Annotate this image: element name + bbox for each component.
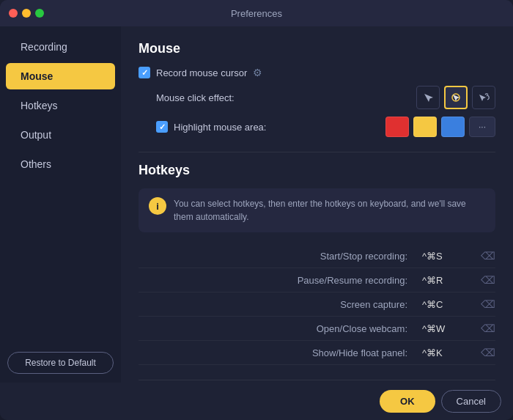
divider-1 — [139, 152, 495, 152]
titlebar: Preferences — [0, 0, 513, 26]
content-area: Recording Mouse Hotkeys Output Others Re… — [0, 26, 513, 383]
minimize-button[interactable] — [22, 9, 31, 18]
sidebar-item-others[interactable]: Others — [6, 151, 115, 177]
hotkey-value-4: ^⌘K — [422, 347, 481, 358]
close-button[interactable] — [9, 9, 18, 18]
info-icon: i — [149, 197, 166, 215]
hotkey-value-2: ^⌘C — [422, 299, 481, 310]
hotkey-name-0: Start/Stop recording: — [139, 251, 422, 262]
color-more-btn[interactable]: ··· — [469, 117, 495, 137]
hotkey-edit-3[interactable]: ⌫ — [481, 323, 495, 334]
cursor-options — [416, 86, 495, 109]
highlight-label: Highlight mouse area: — [174, 122, 266, 133]
sidebar-footer: Restore to Default — [0, 343, 121, 383]
hotkey-name-2: Screen capture: — [139, 299, 422, 310]
cursor-arrow-btn[interactable] — [416, 86, 440, 109]
hotkey-row-1: Pause/Resume recording: ^⌘R ⌫ — [139, 268, 495, 292]
sidebar-item-recording[interactable]: Recording — [6, 34, 115, 60]
color-swatch-red[interactable] — [385, 117, 409, 137]
preferences-window: Preferences Recording Mouse Hotkeys Outp… — [0, 0, 513, 420]
hotkey-row-2: Screen capture: ^⌘C ⌫ — [139, 292, 495, 317]
highlight-row: Highlight mouse area: ··· — [156, 117, 495, 137]
hotkey-name-1: Pause/Resume recording: — [139, 275, 422, 286]
maximize-button[interactable] — [35, 9, 44, 18]
cursor-click-btn[interactable] — [472, 86, 495, 109]
hotkeys-info-text: You can select hotkeys, then enter the h… — [174, 197, 485, 224]
sidebar-item-output[interactable]: Output — [6, 122, 115, 148]
gear-icon[interactable]: ⚙ — [253, 67, 265, 78]
record-cursor-row: Record mouse cursor ⚙ — [139, 67, 495, 78]
hotkey-value-1: ^⌘R — [422, 275, 481, 286]
restore-default-button[interactable]: Restore to Default — [7, 352, 114, 374]
record-cursor-label: Record mouse cursor — [156, 67, 247, 78]
hotkey-edit-4[interactable]: ⌫ — [481, 347, 495, 358]
main-content: Mouse Record mouse cursor ⚙ Mouse click … — [121, 26, 513, 383]
mouse-click-row: Mouse click effect: — [156, 86, 495, 109]
hotkeys-info-box: i You can select hotkeys, then enter the… — [139, 188, 495, 232]
cursor-highlight-btn[interactable] — [444, 86, 468, 109]
hotkey-edit-1[interactable]: ⌫ — [481, 274, 495, 286]
sidebar-item-mouse[interactable]: Mouse — [6, 63, 115, 89]
hotkey-edit-0[interactable]: ⌫ — [481, 250, 495, 262]
highlight-checkbox[interactable] — [156, 121, 168, 133]
ok-button[interactable]: OK — [380, 390, 435, 413]
hotkey-row-0: Start/Stop recording: ^⌘S ⌫ — [139, 244, 495, 268]
divider-2 — [139, 380, 495, 380]
hotkey-value-0: ^⌘S — [422, 251, 481, 262]
hotkey-row-3: Open/Close webcam: ^⌘W ⌫ — [139, 317, 495, 341]
hotkey-edit-2[interactable]: ⌫ — [481, 298, 495, 310]
hotkey-name-4: Show/Hide float panel: — [139, 347, 422, 358]
sidebar: Recording Mouse Hotkeys Output Others Re… — [0, 26, 121, 383]
cancel-button[interactable]: Cancel — [441, 390, 501, 413]
traffic-lights — [9, 9, 44, 18]
hotkey-row-4: Show/Hide float panel: ^⌘K ⌫ — [139, 341, 495, 365]
mouse-click-label: Mouse click effect: — [156, 92, 244, 103]
color-swatch-blue[interactable] — [441, 117, 465, 137]
mouse-section-title: Mouse — [139, 41, 495, 56]
hotkey-value-3: ^⌘W — [422, 323, 481, 334]
hotkeys-section-title: Hotkeys — [139, 163, 495, 178]
sidebar-item-hotkeys[interactable]: Hotkeys — [6, 92, 115, 119]
hotkey-name-3: Open/Close webcam: — [139, 323, 422, 334]
color-options: ··· — [385, 117, 495, 137]
mouse-section: Mouse Record mouse cursor ⚙ Mouse click … — [139, 41, 495, 137]
window-title: Preferences — [231, 8, 282, 19]
color-swatch-yellow[interactable] — [413, 117, 437, 137]
hotkeys-section: Hotkeys i You can select hotkeys, then e… — [139, 163, 495, 365]
bottom-bar: OK Cancel — [0, 383, 513, 420]
record-cursor-checkbox[interactable] — [139, 67, 150, 78]
